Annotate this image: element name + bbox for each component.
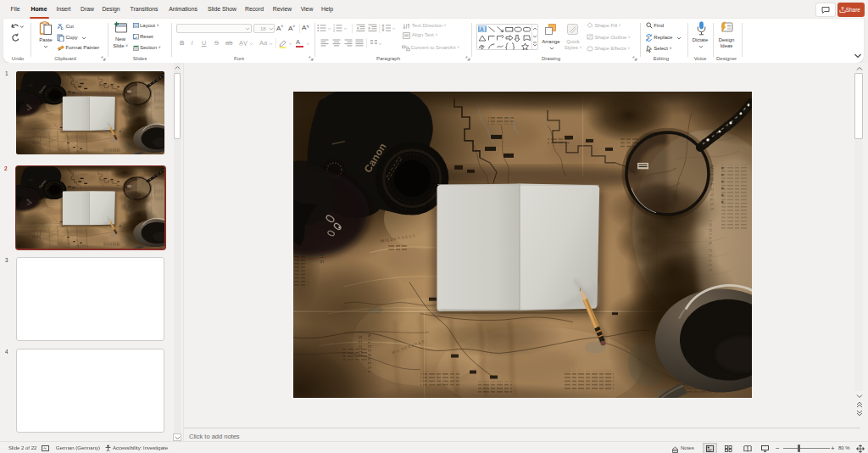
svg-text:3: 3 bbox=[333, 30, 335, 32]
svg-text:A: A bbox=[480, 26, 484, 32]
svg-text:b: b bbox=[648, 36, 650, 40]
